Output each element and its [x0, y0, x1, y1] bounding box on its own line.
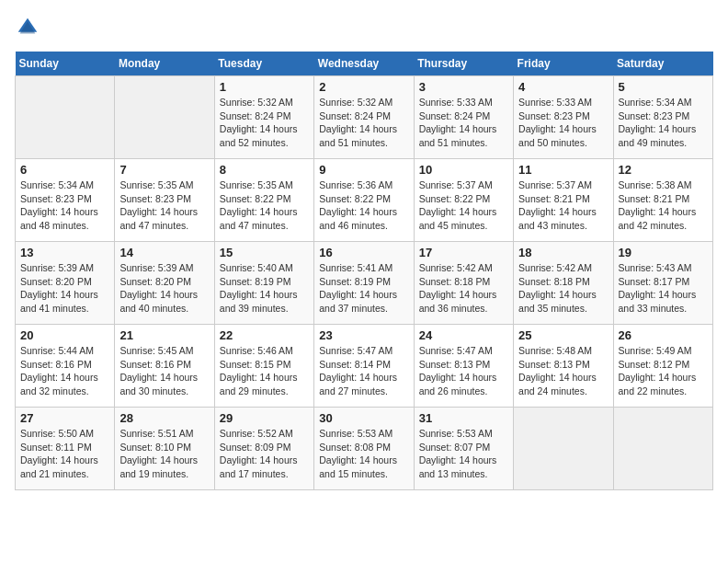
cell-info: Sunrise: 5:37 AMSunset: 8:22 PMDaylight:…: [419, 178, 508, 233]
day-number: 13: [20, 246, 109, 259]
day-number: 15: [220, 246, 309, 259]
day-number: 20: [20, 328, 109, 342]
day-number: 23: [319, 328, 408, 342]
cell-info: Sunrise: 5:50 AMSunset: 8:11 PMDaylight:…: [20, 427, 109, 481]
calendar-cell: [115, 76, 214, 159]
day-number: 6: [20, 163, 109, 177]
cell-info: Sunrise: 5:53 AMSunset: 8:08 PMDaylight:…: [319, 427, 408, 481]
calendar-cell: 9Sunrise: 5:36 AMSunset: 8:22 PMDaylight…: [314, 159, 414, 242]
cell-info: Sunrise: 5:33 AMSunset: 8:24 PMDaylight:…: [419, 96, 508, 150]
cell-info: Sunrise: 5:40 AMSunset: 8:19 PMDaylight:…: [220, 261, 309, 316]
day-number: 21: [119, 328, 209, 342]
day-number: 29: [220, 411, 309, 425]
weekday-header-row: SundayMondayTuesdayWednesdayThursdayFrid…: [16, 52, 713, 76]
calendar-cell: 20Sunrise: 5:44 AMSunset: 8:16 PMDayligh…: [16, 325, 115, 408]
calendar-week-row: 1Sunrise: 5:32 AMSunset: 8:24 PMDaylight…: [16, 76, 713, 159]
cell-info: Sunrise: 5:53 AMSunset: 8:07 PMDaylight:…: [419, 427, 508, 481]
calendar-cell: 25Sunrise: 5:48 AMSunset: 8:13 PMDayligh…: [514, 325, 613, 408]
calendar-cell: 27Sunrise: 5:50 AMSunset: 8:11 PMDayligh…: [16, 408, 115, 490]
weekday-header: Sunday: [16, 52, 115, 76]
calendar-cell: 23Sunrise: 5:47 AMSunset: 8:14 PMDayligh…: [314, 325, 414, 408]
weekday-header: Friday: [514, 52, 613, 76]
cell-info: Sunrise: 5:35 AMSunset: 8:22 PMDaylight:…: [220, 178, 309, 233]
cell-info: Sunrise: 5:35 AMSunset: 8:23 PMDaylight:…: [119, 178, 209, 233]
calendar-cell: 3Sunrise: 5:33 AMSunset: 8:24 PMDaylight…: [414, 76, 513, 159]
calendar-cell: 18Sunrise: 5:42 AMSunset: 8:18 PMDayligh…: [514, 242, 613, 325]
calendar-cell: 1Sunrise: 5:32 AMSunset: 8:24 PMDaylight…: [214, 76, 313, 159]
day-number: 5: [619, 80, 708, 94]
calendar-cell: 26Sunrise: 5:49 AMSunset: 8:12 PMDayligh…: [613, 325, 712, 408]
cell-info: Sunrise: 5:41 AMSunset: 8:19 PMDaylight:…: [319, 261, 408, 316]
calendar-cell: 13Sunrise: 5:39 AMSunset: 8:20 PMDayligh…: [16, 242, 115, 325]
cell-info: Sunrise: 5:46 AMSunset: 8:15 PMDaylight:…: [220, 344, 309, 398]
cell-info: Sunrise: 5:47 AMSunset: 8:14 PMDaylight:…: [319, 344, 408, 398]
weekday-header: Tuesday: [214, 52, 313, 76]
day-number: 17: [419, 246, 508, 259]
cell-info: Sunrise: 5:37 AMSunset: 8:21 PMDaylight:…: [518, 178, 608, 233]
calendar-cell: [613, 408, 712, 490]
cell-info: Sunrise: 5:39 AMSunset: 8:20 PMDaylight:…: [20, 261, 109, 316]
calendar-cell: 16Sunrise: 5:41 AMSunset: 8:19 PMDayligh…: [314, 242, 414, 325]
calendar-week-row: 20Sunrise: 5:44 AMSunset: 8:16 PMDayligh…: [16, 325, 713, 408]
cell-info: Sunrise: 5:34 AMSunset: 8:23 PMDaylight:…: [20, 178, 109, 233]
day-number: 28: [119, 411, 209, 425]
calendar-cell: 12Sunrise: 5:38 AMSunset: 8:21 PMDayligh…: [613, 159, 712, 242]
calendar-cell: 10Sunrise: 5:37 AMSunset: 8:22 PMDayligh…: [414, 159, 513, 242]
cell-info: Sunrise: 5:49 AMSunset: 8:12 PMDaylight:…: [619, 344, 708, 398]
day-number: 4: [518, 80, 608, 94]
calendar-cell: 22Sunrise: 5:46 AMSunset: 8:15 PMDayligh…: [214, 325, 313, 408]
calendar-cell: 7Sunrise: 5:35 AMSunset: 8:23 PMDaylight…: [115, 159, 214, 242]
page-header: [15, 15, 713, 40]
calendar-cell: 15Sunrise: 5:40 AMSunset: 8:19 PMDayligh…: [214, 242, 313, 325]
calendar-cell: 2Sunrise: 5:32 AMSunset: 8:24 PMDaylight…: [314, 76, 414, 159]
logo: [15, 15, 44, 40]
day-number: 16: [319, 246, 408, 259]
cell-info: Sunrise: 5:34 AMSunset: 8:23 PMDaylight:…: [619, 96, 708, 150]
day-number: 10: [419, 163, 508, 177]
calendar-cell: 19Sunrise: 5:43 AMSunset: 8:17 PMDayligh…: [613, 242, 712, 325]
day-number: 26: [619, 328, 708, 342]
day-number: 22: [220, 328, 309, 342]
calendar-cell: 6Sunrise: 5:34 AMSunset: 8:23 PMDaylight…: [16, 159, 115, 242]
calendar-cell: 28Sunrise: 5:51 AMSunset: 8:10 PMDayligh…: [115, 408, 214, 490]
day-number: 18: [518, 246, 608, 259]
day-number: 1: [220, 80, 309, 94]
day-number: 27: [20, 411, 109, 425]
cell-info: Sunrise: 5:47 AMSunset: 8:13 PMDaylight:…: [419, 344, 508, 398]
calendar-cell: 14Sunrise: 5:39 AMSunset: 8:20 PMDayligh…: [115, 242, 214, 325]
day-number: 8: [220, 163, 309, 177]
day-number: 19: [619, 246, 708, 259]
calendar-cell: 17Sunrise: 5:42 AMSunset: 8:18 PMDayligh…: [414, 242, 513, 325]
weekday-header: Saturday: [613, 52, 712, 76]
day-number: 30: [319, 411, 408, 425]
calendar-cell: 5Sunrise: 5:34 AMSunset: 8:23 PMDaylight…: [613, 76, 712, 159]
calendar-cell: 30Sunrise: 5:53 AMSunset: 8:08 PMDayligh…: [314, 408, 414, 490]
calendar-cell: 24Sunrise: 5:47 AMSunset: 8:13 PMDayligh…: [414, 325, 513, 408]
cell-info: Sunrise: 5:52 AMSunset: 8:09 PMDaylight:…: [220, 427, 309, 481]
day-number: 12: [619, 163, 708, 177]
day-number: 11: [518, 163, 608, 177]
calendar-cell: 4Sunrise: 5:33 AMSunset: 8:23 PMDaylight…: [514, 76, 613, 159]
cell-info: Sunrise: 5:42 AMSunset: 8:18 PMDaylight:…: [419, 261, 508, 316]
cell-info: Sunrise: 5:33 AMSunset: 8:23 PMDaylight:…: [518, 96, 608, 150]
day-number: 2: [319, 80, 408, 94]
cell-info: Sunrise: 5:45 AMSunset: 8:16 PMDaylight:…: [119, 344, 209, 398]
weekday-header: Thursday: [414, 52, 513, 76]
cell-info: Sunrise: 5:38 AMSunset: 8:21 PMDaylight:…: [619, 178, 708, 233]
calendar-cell: 11Sunrise: 5:37 AMSunset: 8:21 PMDayligh…: [514, 159, 613, 242]
day-number: 3: [419, 80, 508, 94]
calendar-cell: 31Sunrise: 5:53 AMSunset: 8:07 PMDayligh…: [414, 408, 513, 490]
day-number: 24: [419, 328, 508, 342]
weekday-header: Monday: [115, 52, 214, 76]
calendar-cell: 21Sunrise: 5:45 AMSunset: 8:16 PMDayligh…: [115, 325, 214, 408]
calendar-table: SundayMondayTuesdayWednesdayThursdayFrid…: [15, 52, 713, 490]
cell-info: Sunrise: 5:32 AMSunset: 8:24 PMDaylight:…: [319, 96, 408, 150]
cell-info: Sunrise: 5:51 AMSunset: 8:10 PMDaylight:…: [119, 427, 209, 481]
logo-icon: [15, 15, 40, 40]
cell-info: Sunrise: 5:44 AMSunset: 8:16 PMDaylight:…: [20, 344, 109, 398]
calendar-cell: [514, 408, 613, 490]
cell-info: Sunrise: 5:48 AMSunset: 8:13 PMDaylight:…: [518, 344, 608, 398]
day-number: 14: [119, 246, 209, 259]
day-number: 25: [518, 328, 608, 342]
cell-info: Sunrise: 5:43 AMSunset: 8:17 PMDaylight:…: [619, 261, 708, 316]
